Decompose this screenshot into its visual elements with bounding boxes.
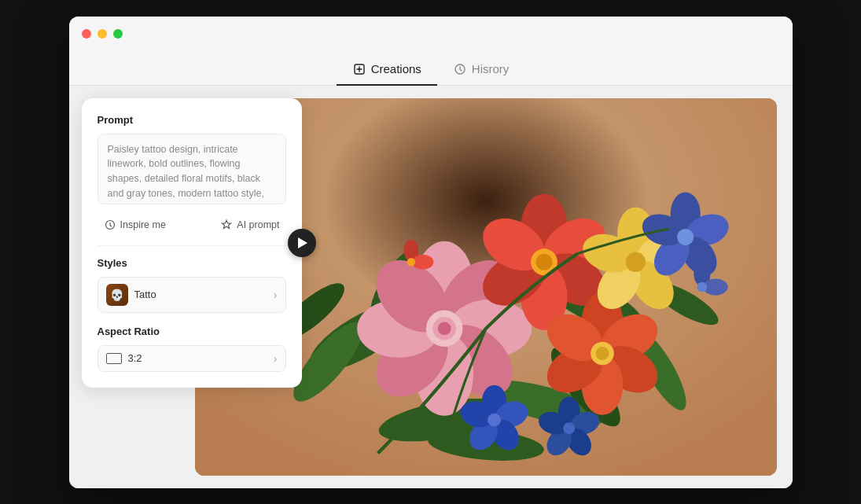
- prompt-panel: Prompt Paisley tattoo design, intricate …: [82, 98, 302, 388]
- aspect-label: Aspect Ratio: [98, 326, 286, 337]
- svg-point-68: [563, 422, 575, 434]
- prompt-label: Prompt: [98, 114, 286, 126]
- ai-prompt-label: AI prompt: [237, 219, 279, 230]
- svg-point-71: [697, 281, 707, 292]
- ai-icon: [220, 219, 233, 231]
- maximize-button[interactable]: [113, 29, 123, 39]
- tabs-bar: Creations Hisrory: [69, 51, 793, 86]
- aspect-selector[interactable]: 3:2 ›: [98, 345, 286, 372]
- traffic-lights: [82, 29, 123, 39]
- svg-point-62: [488, 413, 501, 426]
- svg-point-44: [595, 347, 609, 360]
- inspire-label: Inspire me: [120, 219, 166, 230]
- svg-point-50: [625, 252, 645, 271]
- tab-history-label: Hisrory: [472, 62, 510, 75]
- style-left: 💀 Tatto: [106, 284, 156, 306]
- main-content: Prompt Paisley tattoo design, intricate …: [69, 86, 793, 488]
- divider-1: [98, 245, 286, 246]
- prompt-input[interactable]: Paisley tattoo design, intricate linewor…: [98, 134, 286, 204]
- tab-history[interactable]: Hisrory: [437, 54, 525, 86]
- history-icon: [453, 62, 467, 76]
- ai-prompt-button[interactable]: AI prompt: [214, 215, 285, 234]
- style-thumbnail: 💀: [106, 284, 128, 306]
- aspect-ratio-icon: [106, 353, 122, 364]
- creations-icon: [352, 62, 366, 76]
- style-selector[interactable]: 💀 Tatto ›: [98, 277, 286, 313]
- tab-creations-label: Creations: [371, 62, 421, 75]
- svg-point-74: [407, 258, 415, 267]
- svg-point-36: [535, 253, 552, 270]
- svg-point-56: [677, 229, 694, 245]
- close-button[interactable]: [82, 29, 91, 39]
- title-bar: [69, 17, 793, 51]
- prompt-actions: Inspire me AI prompt: [98, 215, 286, 234]
- styles-label: Styles: [98, 257, 286, 269]
- generate-button[interactable]: [288, 229, 316, 257]
- aspect-left: 3:2: [106, 352, 142, 364]
- style-chevron-icon: ›: [274, 289, 278, 301]
- aspect-chevron-icon: ›: [274, 352, 278, 365]
- style-name: Tatto: [134, 289, 156, 300]
- aspect-text: 3:2: [128, 352, 142, 364]
- inspire-icon: [104, 219, 116, 231]
- tab-creations[interactable]: Creations: [337, 54, 437, 86]
- minimize-button[interactable]: [98, 29, 107, 39]
- inspire-button[interactable]: Inspire me: [98, 215, 172, 234]
- app-window: Creations Hisrory Prompt Paisley tattoo …: [69, 17, 793, 488]
- svg-point-28: [437, 322, 451, 335]
